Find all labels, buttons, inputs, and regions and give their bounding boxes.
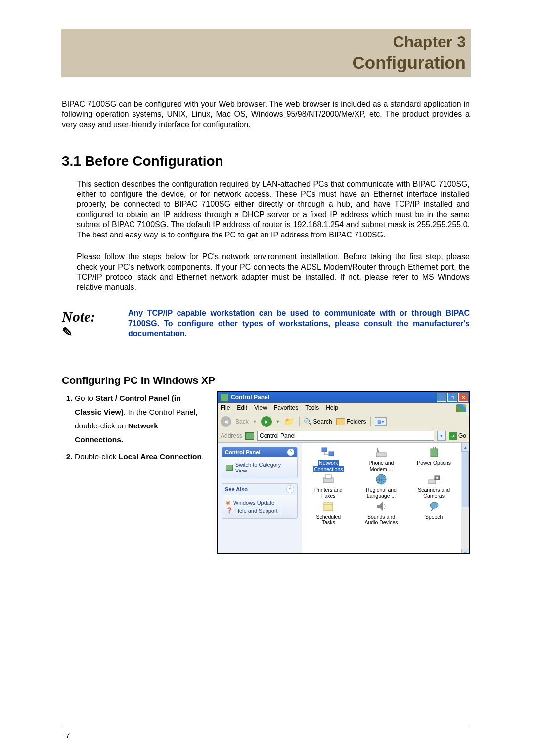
address-label: Address: [221, 432, 242, 439]
windows-update-icon: ◉: [226, 499, 231, 506]
sub-heading: Configuring PC in Windows XP: [62, 375, 470, 386]
svg-rect-3: [431, 449, 438, 457]
steps-list: Go to Start / Control Panel (in Classic …: [62, 391, 205, 554]
collapse-icon: ⌃: [287, 449, 294, 456]
help-support-link[interactable]: ❓Help and Support: [226, 507, 293, 514]
switch-category-view-link[interactable]: Switch to Category View: [226, 462, 293, 473]
menu-view[interactable]: View: [254, 404, 267, 412]
maximize-button[interactable]: □: [447, 393, 457, 402]
cp-item-printers-faxes[interactable]: Printers andFaxes: [303, 473, 355, 499]
note-label: Note:: [62, 308, 95, 325]
cp-item-regional-language[interactable]: Regional andLanguage ...: [356, 473, 407, 499]
regional-icon: [374, 473, 389, 486]
svg-point-11: [436, 477, 438, 479]
page-number: 7: [66, 731, 70, 739]
chapter-header: Chapter 3 Configuration: [61, 29, 471, 77]
chapter-label: Chapter 3: [61, 33, 466, 51]
section-heading: 3.1 Before Configuration: [62, 153, 470, 169]
intro-paragraph: BIPAC 7100SG can be configured with your…: [62, 99, 470, 130]
icon-grid: NetworkConnections Phone andModem ... Po…: [302, 443, 461, 554]
window-title: Control Panel: [231, 394, 269, 401]
vertical-scrollbar[interactable]: ▴ ▾: [461, 443, 469, 554]
chapter-title: Configuration: [61, 53, 466, 73]
windows-update-link[interactable]: ◉Windows Update: [226, 499, 293, 506]
close-button[interactable]: ✕: [458, 393, 468, 402]
step-1: Go to Start / Control Panel (in Classic …: [75, 391, 205, 447]
step-2: Double-click Local Area Connection.: [75, 450, 205, 464]
collapse-icon: ⌃: [286, 485, 294, 493]
phone-modem-icon: [374, 446, 389, 459]
control-panel-task-title[interactable]: Control Panel ⌃: [222, 447, 297, 457]
svg-rect-7: [325, 475, 331, 478]
menu-file[interactable]: File: [221, 404, 230, 412]
menu-bar: File Edit View Favorites Tools Help: [218, 403, 469, 414]
svg-rect-0: [322, 448, 327, 452]
footer-divider: [62, 727, 470, 727]
window-titlebar: Control Panel _ □ ✕: [218, 392, 469, 403]
folders-button[interactable]: Folders: [336, 418, 366, 425]
cp-item-scanners-cameras[interactable]: Scanners andCameras: [408, 473, 460, 499]
address-bar: Address Control Panel ▾ ➔Go: [218, 429, 469, 443]
search-button[interactable]: 🔍Search: [304, 418, 332, 425]
toolbar: ◄ Back ▼ ► ▼ 📁 🔍Search Folders ▦▾: [218, 414, 469, 429]
back-button[interactable]: ◄: [221, 416, 231, 427]
back-label: Back: [235, 418, 249, 425]
see-also-title[interactable]: See Also ⌃: [222, 484, 297, 495]
scanners-icon: [427, 473, 442, 486]
left-task-pane: Control Panel ⌃ Switch to Category View …: [218, 443, 302, 554]
svg-point-13: [430, 502, 438, 508]
forward-dropdown-icon[interactable]: ▼: [276, 419, 280, 424]
menu-tools[interactable]: Tools: [305, 404, 319, 412]
folders-icon: [336, 418, 345, 425]
control-panel-task-box: Control Panel ⌃ Switch to Category View: [222, 447, 298, 478]
windows-flag-icon: [456, 404, 466, 412]
cp-item-scheduled-tasks[interactable]: ScheduledTasks: [303, 500, 355, 525]
svg-rect-4: [433, 447, 434, 449]
section-paragraph-1: This section describes the configuration…: [77, 179, 470, 240]
back-dropdown-icon[interactable]: ▼: [253, 419, 257, 424]
scroll-up-icon[interactable]: ▴: [461, 443, 469, 452]
cp-item-phone-modem[interactable]: Phone andModem ...: [356, 446, 407, 472]
printers-icon: [321, 473, 336, 486]
go-button[interactable]: ➔Go: [449, 432, 466, 440]
menu-help[interactable]: Help: [326, 404, 338, 412]
menu-favorites[interactable]: Favorites: [274, 404, 298, 412]
up-button[interactable]: 📁: [284, 417, 295, 426]
minimize-button[interactable]: _: [437, 393, 446, 402]
go-arrow-icon: ➔: [449, 432, 457, 440]
cp-item-sounds-audio[interactable]: Sounds andAudio Devices: [356, 500, 407, 525]
address-field[interactable]: Control Panel: [257, 431, 434, 441]
sounds-icon: [374, 500, 389, 513]
power-options-icon: [427, 446, 442, 459]
window-icon: [221, 393, 228, 401]
help-icon: ❓: [226, 507, 233, 514]
svg-rect-5: [435, 447, 436, 449]
views-button[interactable]: ▦▾: [375, 417, 387, 426]
menu-edit[interactable]: Edit: [237, 404, 247, 412]
svg-rect-12: [324, 503, 333, 511]
svg-rect-9: [429, 480, 436, 484]
note-text: Any TCP/IP capable workstation can be us…: [128, 308, 470, 339]
network-connections-icon: [321, 446, 336, 459]
cp-item-speech[interactable]: Speech: [408, 500, 460, 525]
see-also-box: See Also ⌃ ◉Windows Update ❓Help and Sup…: [222, 483, 298, 519]
note-icon: Note: ✎: [62, 308, 128, 339]
screenshot-control-panel: Control Panel _ □ ✕ File Edit View Favor…: [217, 391, 470, 554]
search-icon: 🔍: [304, 418, 312, 425]
note-scribble-icon: ✎: [62, 326, 126, 339]
cp-item-network-connections[interactable]: NetworkConnections: [303, 446, 355, 472]
address-dropdown-icon[interactable]: ▾: [437, 431, 446, 441]
scroll-down-icon[interactable]: ▾: [461, 549, 469, 554]
forward-button[interactable]: ►: [261, 416, 272, 427]
cp-item-power-options[interactable]: Power Options: [408, 446, 460, 472]
svg-rect-2: [376, 453, 386, 457]
note-block: Note: ✎ Any TCP/IP capable workstation c…: [62, 308, 470, 339]
category-view-icon: [226, 465, 233, 471]
scheduled-tasks-icon: [321, 500, 336, 513]
section-paragraph-2: Please follow the steps below for PC's n…: [77, 252, 470, 292]
speech-icon: [427, 500, 442, 513]
address-icon: [245, 432, 254, 440]
scroll-thumb[interactable]: [462, 452, 469, 507]
